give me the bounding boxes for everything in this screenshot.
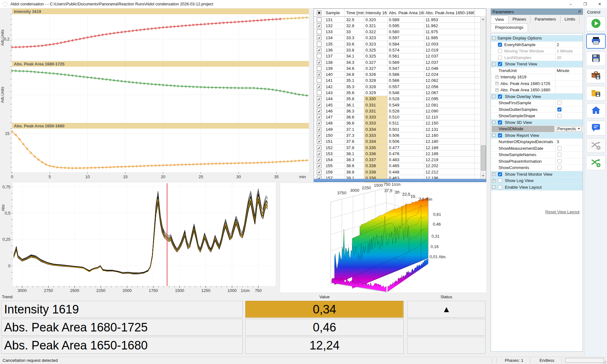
spectra-3d-chart[interactable]: 3750300022501500750 1/cm37,53022,5157,5 …	[280, 183, 487, 293]
print-button[interactable]	[586, 34, 606, 49]
row-checkbox[interactable]	[317, 145, 322, 150]
value-checkbox[interactable]	[557, 101, 561, 105]
section-checkbox[interactable]	[498, 94, 502, 99]
value-checkbox[interactable]	[557, 166, 561, 170]
tree-item-showsamplenames[interactable]: ShowSampleNames	[491, 152, 583, 158]
row-checkbox[interactable]	[317, 17, 322, 22]
expand-icon[interactable]: +	[495, 82, 499, 85]
tab-parameters[interactable]: Parameters	[530, 15, 560, 23]
column-header[interactable]: Time [min]	[345, 9, 364, 16]
pin-icon[interactable]	[577, 9, 582, 14]
tree-item-showsampleshape[interactable]: ShowSampleShape	[491, 113, 583, 119]
row-checkbox[interactable]	[317, 151, 322, 156]
value-checkbox[interactable]	[557, 114, 561, 118]
tree-item-everynthsample[interactable]: EveryNthSample2	[491, 42, 583, 48]
sample-table[interactable]: SampleTime [min]Intensity 1619Abs. Peak …	[314, 9, 486, 179]
row-checkbox[interactable]	[317, 109, 322, 113]
value-checkbox[interactable]	[557, 153, 561, 157]
row-checkbox[interactable]	[317, 121, 322, 125]
tree-section-enable-view-layout[interactable]: -Enable View Layout	[491, 184, 583, 191]
section-checkbox[interactable]	[498, 179, 502, 183]
table-row[interactable]: 15037.30.3330.50612.160	[314, 132, 486, 138]
parameters-panel-header[interactable]: Parameters	[491, 9, 583, 15]
expand-icon[interactable]: +	[495, 76, 499, 79]
chevron-down-icon[interactable]	[576, 126, 581, 131]
table-row[interactable]: 15538.60.3380.46512.202	[314, 163, 486, 169]
row-checkbox[interactable]	[317, 139, 322, 144]
row-checkbox[interactable]	[317, 66, 322, 71]
tree-section-sample-display-options[interactable]: -Sample Display Options	[491, 35, 583, 42]
tree-item-view3dmode[interactable]: View3DModePerspective	[491, 126, 583, 132]
section-checkbox[interactable]	[498, 120, 502, 124]
row-checkbox[interactable]	[317, 127, 322, 132]
value-checkbox[interactable]	[557, 146, 561, 150]
collapse-icon[interactable]: -	[492, 121, 495, 124]
tree-section-show-report-view[interactable]: -Show Report View	[491, 132, 583, 139]
table-row[interactable]: 14034.80.3260.58612.024	[314, 72, 486, 78]
close-button[interactable]: ✕	[592, 0, 607, 8]
section-checkbox[interactable]	[498, 133, 502, 137]
item-checkbox[interactable]	[498, 43, 502, 47]
scroll-down-arrow[interactable]	[481, 173, 486, 178]
tree-item-showphaseinformation[interactable]: ShowPhaseInformation	[491, 158, 583, 165]
row-checkbox[interactable]	[317, 72, 322, 77]
section-checkbox[interactable]	[498, 62, 502, 66]
table-row[interactable]: 15237.80.3350.47712.189	[314, 145, 486, 151]
tab-preprocessings[interactable]: Preprocessings	[491, 23, 528, 32]
value-checkbox[interactable]	[557, 107, 561, 112]
tree-item-lastnsamples[interactable]: LastNSamples20	[491, 55, 583, 61]
tree-item-intensity-1619[interactable]: +Intensity 1619	[491, 74, 583, 81]
table-row[interactable]: 13232.80.3210.59511.962	[314, 23, 486, 29]
comment-button[interactable]	[586, 121, 606, 136]
item-checkbox[interactable]	[498, 56, 502, 60]
add-phase-button[interactable]	[586, 155, 606, 170]
save-button[interactable]	[586, 51, 606, 66]
view3dmode-dropdown[interactable]: Perspective	[556, 126, 582, 132]
scrollbar-thumb[interactable]	[481, 145, 486, 171]
table-row[interactable]: 13633.80.3250.57412.019	[314, 47, 486, 53]
row-checkbox[interactable]	[317, 42, 322, 46]
section-checkbox[interactable]	[498, 172, 502, 176]
collapse-icon[interactable]: -	[492, 185, 495, 189]
expand-icon[interactable]: +	[492, 173, 495, 176]
tree-item-trendunit[interactable]: TrendUnitMinute	[491, 68, 583, 74]
table-row[interactable]: 14937.10.3340.50112.131	[314, 126, 486, 132]
overlay-spectrum-chart[interactable]: 0,750,50,250Abs3000275025002250200017501…	[0, 183, 278, 293]
reset-view-layout-link[interactable]: Reset View Layout	[545, 209, 579, 214]
table-scrollbar[interactable]	[480, 16, 486, 178]
tree-item-value[interactable]: 2	[557, 42, 581, 48]
table-row[interactable]: 15638.80.3380.44812.212	[314, 169, 486, 175]
value-checkbox[interactable]	[557, 159, 561, 163]
tree-item-value[interactable]: 20	[557, 55, 581, 61]
tree-section-show-trend-monitor-view[interactable]: +Show Trend Monitor View	[491, 171, 583, 178]
tree-item-showcomments[interactable]: ShowComments	[491, 165, 583, 171]
table-row[interactable]: 13132.50.3200.58911.953	[314, 17, 486, 23]
table-row[interactable]: 14536.10.3310.54912.081	[314, 102, 486, 108]
column-header[interactable]: Intensity 1619	[364, 9, 388, 16]
tree-item-abs-peak-area-1650-1680[interactable]: +Abs. Peak Area 1650-1680	[491, 87, 583, 94]
table-row[interactable]: 13433.30.3230.59711.985	[314, 35, 486, 41]
home-button[interactable]	[586, 103, 606, 118]
table-row[interactable]: 14836.80.3330.51112.150	[314, 120, 486, 126]
row-checkbox[interactable]	[317, 103, 322, 107]
tree-section-show-3d-view[interactable]: -Show 3D View	[491, 119, 583, 126]
row-checkbox[interactable]	[317, 157, 322, 162]
tree-item-abs-peak-area-1680-1725[interactable]: +Abs. Peak Area 1680-1725	[491, 81, 583, 87]
tree-section-show-overlay-view[interactable]: -Show Overlay View	[491, 94, 583, 100]
row-checkbox[interactable]	[317, 133, 322, 138]
table-row[interactable]: 14235.30.3280.55712.056	[314, 84, 486, 90]
table-splitter[interactable]	[314, 179, 486, 182]
tree-item-showfirstsample[interactable]: ShowFirstSample	[491, 100, 583, 106]
expand-icon[interactable]: +	[492, 179, 495, 182]
item-checkbox[interactable]	[498, 49, 502, 53]
table-row[interactable]: 14335.60.3290.54812.067	[314, 90, 486, 96]
table-row[interactable]: 14636.30.3310.52812.090	[314, 108, 486, 114]
collapse-icon[interactable]: -	[492, 95, 495, 98]
row-checkbox[interactable]	[317, 29, 322, 34]
tree-section-show-trend-view[interactable]: -Show Trend View	[491, 61, 583, 68]
collapse-icon[interactable]: -	[492, 134, 495, 137]
row-checkbox[interactable]	[317, 96, 322, 101]
table-row[interactable]: 13533.60.3230.58412.003	[314, 41, 486, 47]
minimize-button[interactable]: –	[563, 0, 578, 8]
start-button[interactable]	[586, 16, 606, 31]
